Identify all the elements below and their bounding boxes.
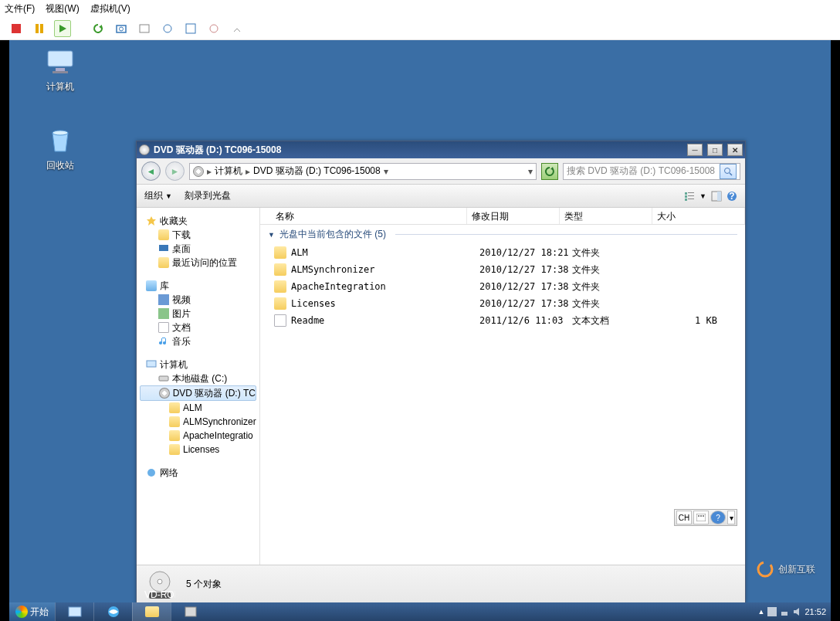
titlebar[interactable]: DVD 驱动器 (D:) TC096-15008 ─ □ ✕ xyxy=(137,141,745,158)
file-type: 文件夹 xyxy=(572,263,665,277)
refresh-button[interactable] xyxy=(541,163,558,180)
tree-local-disk[interactable]: 本地磁盘 (C:) xyxy=(140,372,256,385)
tray-flag-icon[interactable] xyxy=(767,607,777,616)
navigation-tree[interactable]: 收藏夹 下载 桌面 最近访问的位置 库 视频 图片 文档 音乐 xyxy=(137,208,260,565)
svg-rect-45 xyxy=(767,607,777,616)
back-button[interactable]: ◄ xyxy=(141,161,161,181)
ime-keyboard-icon[interactable] xyxy=(693,511,709,524)
tree-recent[interactable]: 最近访问的位置 xyxy=(140,256,256,270)
menu-file[interactable]: 文件(F) xyxy=(5,2,35,15)
dropdown-icon[interactable]: ▾ xyxy=(528,166,533,177)
file-list[interactable]: 名称 修改日期 类型 大小 ▼ 光盘中当前包含的文件 (5) ALM2010/1… xyxy=(260,208,745,565)
file-date: 2011/12/6 11:03 xyxy=(479,315,572,326)
settings-icon[interactable] xyxy=(136,20,153,37)
ime-toolbar[interactable]: CH ? ▾ xyxy=(674,509,737,526)
svg-rect-25 xyxy=(717,192,721,201)
stop-button[interactable] xyxy=(8,20,25,37)
address-bar[interactable]: ▸ 计算机 ▸ DVD 驱动器 (D:) TC096-15008 ▾ ▾ xyxy=(189,163,537,180)
desktop-icon-computer[interactable]: 计算机 xyxy=(36,46,85,93)
tree-sub-apache[interactable]: ApacheIntegratio xyxy=(140,429,256,443)
tree-sub-alm[interactable]: ALM xyxy=(140,401,256,415)
minimize-button[interactable]: ─ xyxy=(687,144,703,156)
tree-videos[interactable]: 视频 xyxy=(140,293,256,307)
taskbar[interactable]: 开始 ▲ 21:52 xyxy=(9,602,831,621)
preview-pane-icon[interactable] xyxy=(711,191,722,202)
view-options-icon[interactable] xyxy=(684,191,695,202)
svg-point-14 xyxy=(52,131,68,135)
organize-menu[interactable]: 组织 ▼ xyxy=(144,189,172,202)
tree-sub-almsync[interactable]: ALMSynchronizer xyxy=(140,415,256,429)
tree-downloads[interactable]: 下载 xyxy=(140,228,256,242)
close-button[interactable]: ✕ xyxy=(727,144,743,156)
file-row[interactable]: Readme2011/12/6 11:03文本文档1 KB xyxy=(260,312,745,329)
group-header[interactable]: ▼ 光盘中当前包含的文件 (5) xyxy=(260,225,745,244)
play-button[interactable] xyxy=(54,20,71,37)
svg-rect-5 xyxy=(117,25,126,32)
tree-sub-licenses[interactable]: Licenses xyxy=(140,443,256,456)
tree-documents[interactable]: 文档 xyxy=(140,321,256,334)
col-name[interactable]: 名称 xyxy=(260,208,467,224)
system-tray[interactable]: ▲ 21:52 xyxy=(754,607,831,616)
tray-up-icon[interactable]: ▲ xyxy=(758,608,765,616)
svg-rect-21 xyxy=(688,195,694,196)
col-date[interactable]: 修改日期 xyxy=(467,208,560,224)
tree-music[interactable]: 音乐 xyxy=(140,334,256,348)
taskbar-ie[interactable] xyxy=(93,602,132,621)
desktop-area[interactable]: 计算机 回收站 DVD 驱动器 (D:) TC096-15008 ─ □ ✕ xyxy=(9,40,831,602)
burn-button[interactable]: 刻录到光盘 xyxy=(185,189,231,202)
ime-help-icon[interactable]: ? xyxy=(710,511,726,524)
ime-options-icon[interactable]: ▾ xyxy=(727,511,735,524)
search-button[interactable] xyxy=(720,164,737,179)
snapshot-icon[interactable] xyxy=(113,20,130,37)
tree-libraries[interactable]: 库 xyxy=(140,279,256,293)
tree-desktop[interactable]: 桌面 xyxy=(140,242,256,256)
tray-clock[interactable]: 21:52 xyxy=(804,607,826,616)
taskbar-explorer[interactable] xyxy=(132,602,171,621)
menu-view[interactable]: 视图(W) xyxy=(46,2,79,15)
unity-icon[interactable] xyxy=(205,20,222,37)
file-row[interactable]: ALM2010/12/27 18:21文件夹 xyxy=(260,244,745,261)
tray-sound-icon[interactable] xyxy=(792,607,801,616)
taskbar-server-manager[interactable] xyxy=(55,602,93,621)
breadcrumb-drive[interactable]: DVD 驱动器 (D:) TC096-15008 xyxy=(253,165,381,178)
taskbar-item[interactable] xyxy=(171,602,209,621)
tray-network-icon[interactable] xyxy=(780,607,789,616)
windows-orb-icon xyxy=(15,606,28,618)
start-button[interactable]: 开始 xyxy=(9,602,55,621)
tree-dvd-drive[interactable]: DVD 驱动器 (D:) TC xyxy=(140,385,256,401)
tree-favorites[interactable]: 收藏夹 xyxy=(140,214,256,228)
svg-rect-11 xyxy=(48,51,73,66)
watermark-icon xyxy=(757,561,774,578)
ime-lang[interactable]: CH xyxy=(676,511,692,524)
pause-button[interactable] xyxy=(31,20,48,37)
drive-icon xyxy=(139,144,150,155)
tree-computer[interactable]: 计算机 xyxy=(140,358,256,372)
vm-toolbar xyxy=(0,17,840,40)
network-icon[interactable] xyxy=(159,20,176,37)
forward-button[interactable]: ► xyxy=(165,161,185,181)
col-type[interactable]: 类型 xyxy=(560,208,652,224)
svg-rect-13 xyxy=(52,71,68,73)
col-size[interactable]: 大小 xyxy=(652,208,745,224)
breadcrumb-computer[interactable]: 计算机 xyxy=(215,165,242,178)
svg-point-6 xyxy=(120,27,124,31)
file-date: 2010/12/27 17:38 xyxy=(479,281,572,292)
file-row[interactable]: ApacheIntegration2010/12/27 17:38文件夹 xyxy=(260,278,745,295)
file-name: ApacheIntegration xyxy=(291,281,479,292)
refresh-icon[interactable] xyxy=(90,20,107,37)
desktop-icon-recycle[interactable]: 回收站 xyxy=(36,125,85,172)
tree-pictures[interactable]: 图片 xyxy=(140,307,256,321)
tools-icon[interactable] xyxy=(229,20,246,37)
svg-rect-36 xyxy=(703,515,704,517)
file-name: Licenses xyxy=(291,298,479,309)
search-box[interactable]: 搜索 DVD 驱动器 (D:) TC096-15008 xyxy=(563,163,740,180)
fullscreen-icon[interactable] xyxy=(182,20,199,37)
chevron-down-icon[interactable]: ▼ xyxy=(699,192,706,200)
tree-network[interactable]: 网络 xyxy=(140,466,256,480)
file-row[interactable]: Licenses2010/12/27 17:38文件夹 xyxy=(260,295,745,312)
collapse-icon[interactable]: ▼ xyxy=(268,231,275,239)
maximize-button[interactable]: □ xyxy=(707,144,723,156)
menu-machine[interactable]: 虚拟机(V) xyxy=(90,2,130,15)
help-icon[interactable]: ? xyxy=(727,191,737,202)
file-row[interactable]: ALMSynchronizer2010/12/27 17:38文件夹 xyxy=(260,261,745,278)
